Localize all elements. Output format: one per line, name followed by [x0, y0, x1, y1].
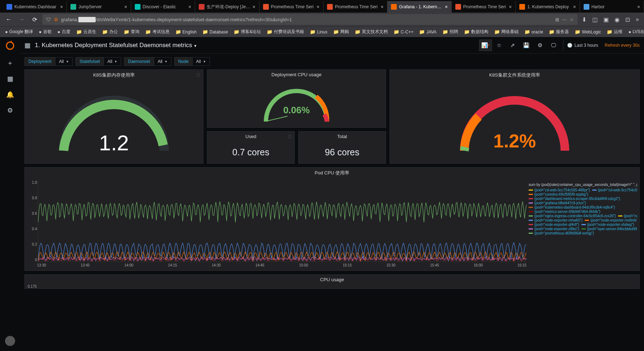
bookmark-item[interactable]: 📁C-C++ [391, 28, 415, 35]
bookmark-item[interactable]: 📁运维 [604, 28, 625, 36]
refresh-interval[interactable]: Refresh every 30s [603, 43, 640, 48]
bookmark-item[interactable]: 📁oracle [522, 28, 546, 35]
close-icon[interactable]: × [317, 4, 319, 10]
legend-item[interactable]: {pod="cd-web-5cc754c555-mr [592, 188, 637, 192]
legend-item[interactable]: {pod="oper-server-84bcbbbd49-wdlk9 [581, 227, 637, 231]
bookmark-item[interactable]: 📁博客&论坛 [231, 28, 263, 36]
download-icon[interactable]: ⬇ [580, 16, 588, 23]
library-icon[interactable]: ◫ [591, 16, 599, 23]
close-icon[interactable]: × [573, 4, 576, 10]
legend-item[interactable]: {pod="grafana-bfbd447c9-jctvx"} [529, 201, 586, 205]
legend-item[interactable]: {pod="prometheus-d69fd96df-wxhjg"} [529, 231, 594, 235]
legend-item[interactable]: {pod="node-ex [618, 214, 637, 218]
variable-value[interactable]: All ▼ [104, 57, 121, 66]
star-icon[interactable]: ☆ [570, 17, 574, 22]
legend-item[interactable]: {pod="node-exporter-qf4r8"} [529, 223, 579, 227]
bookmark-item[interactable]: 📁英文技术文档 [353, 28, 390, 36]
close-icon[interactable]: × [445, 4, 448, 10]
reload-button[interactable]: ⟳ [29, 14, 40, 24]
variable-value[interactable]: All ▼ [55, 57, 73, 66]
bookmark-item[interactable]: 📁服务器 [547, 28, 571, 36]
url-bar[interactable]: 🛡 ⚙ grafana.■/d/oWe9aYxmk/1-kubernetes-d… [42, 14, 578, 25]
account-icon[interactable]: ◉ [613, 16, 621, 23]
browser-tab[interactable]: Prometheus Time Seri× [323, 1, 387, 13]
dashboard-title[interactable]: 1. Kubernetes Deployment Statefulset Dae… [35, 42, 197, 49]
variable-value[interactable]: All ▼ [192, 57, 210, 66]
extension-icon[interactable]: ⊡ [624, 16, 631, 23]
config-icon[interactable]: ⚙ [6, 106, 14, 115]
legend-item[interactable]: {pod="metrics-server-69b94f7464-8hfdk"} [529, 210, 601, 214]
bookmark-item[interactable]: ●百度 [55, 28, 73, 36]
browser-tab[interactable]: Discover - Elastic× [131, 1, 195, 13]
variable-selector[interactable]: DaemonsetAll ▼ [124, 57, 171, 66]
panel-cpu-usage[interactable]: CPU usage 0.175 [24, 274, 640, 289]
bookmark-item[interactable]: 📁办公 [100, 28, 120, 36]
bookmark-item[interactable]: 📁Linux [308, 28, 330, 35]
panel-used[interactable]: ◌ Used 0.7 cores [207, 131, 295, 164]
bookmark-item[interactable]: 📁网络基础 [492, 28, 521, 36]
browser-tab[interactable]: 生产环境-Deploy [Jenk× [195, 1, 259, 13]
legend-item[interactable]: {pod="node-exporter-ms8mb"} [585, 218, 637, 222]
add-panel-button[interactable]: 📊+ [479, 40, 492, 51]
close-icon[interactable]: × [188, 4, 191, 10]
legend-item[interactable]: {pod="dashboard-metrics-scraper-85c6dd4f… [529, 197, 620, 201]
panel-total[interactable]: Total 96 cores [298, 131, 386, 164]
chart-legend[interactable]: sum by (pod)(rate(container_cpu_usage_se… [529, 181, 637, 268]
legend-item[interactable]: {pod="node-exporter-vbdwg"} [581, 223, 634, 227]
browser-tab[interactable]: 1. Kubernetes Deploy× [516, 1, 580, 13]
dashboard-grid-icon[interactable]: ▦ [24, 41, 31, 49]
close-icon[interactable]: × [252, 4, 255, 10]
panel-deployment-cpu[interactable]: Deployment CPU usage 0.06% [207, 69, 386, 128]
bookmark-item[interactable]: 📁考试信息 [143, 28, 172, 36]
tv-mode-button[interactable]: 🖵 [547, 40, 560, 51]
legend-item[interactable]: {pod="nginx-ingress-controller-64c5c854c… [529, 214, 616, 218]
bookmark-item[interactable]: 📁WebLogic [572, 28, 603, 35]
dashboards-icon[interactable]: ▦ [6, 74, 14, 83]
close-icon[interactable]: × [509, 4, 512, 10]
chart-plot[interactable]: 1.00.80.60.40.20 13:3013:4514:0014:1514:… [27, 181, 526, 268]
browser-tab[interactable]: JumpServer× [67, 1, 131, 13]
alerting-icon[interactable]: 🔔 [6, 90, 14, 99]
bookmark-item[interactable]: 📁数据结构 [462, 28, 491, 36]
variable-selector[interactable]: DeploymentAll ▼ [24, 57, 73, 66]
variable-selector[interactable]: NodeAll ▼ [174, 57, 210, 66]
star-dashboard-button[interactable]: ☆ [493, 40, 506, 51]
more-icon[interactable]: ⋯ [562, 17, 567, 22]
share-button[interactable]: ⇗ [506, 40, 519, 51]
bookmark-item[interactable]: ●Google 翻译 [3, 28, 35, 36]
bookmark-item[interactable]: 📁English [173, 28, 199, 35]
bookmark-item[interactable]: ●LVS在大规模 [626, 28, 644, 36]
browser-tab[interactable]: Prometheus Time Seri× [259, 1, 323, 13]
panel-pod-cpu-chart[interactable]: Pod CPU 使用率 1.00.80.60.40.20 13:3013:451… [24, 167, 640, 271]
sidebar-icon[interactable]: ▣ [602, 16, 610, 23]
settings-button[interactable]: ⚙ [534, 40, 547, 51]
bookmark-item[interactable]: 📁网购 [331, 28, 351, 36]
close-icon[interactable]: × [637, 4, 640, 10]
legend-item[interactable]: {pod="cd-web-5cc754c555-488pr"} [529, 188, 590, 192]
bookmark-item[interactable]: 📁查询 [121, 28, 142, 36]
overflow-icon[interactable]: » [634, 16, 640, 23]
legend-item[interactable]: {pod="node-exporter-mhw65"} [529, 218, 583, 222]
close-icon[interactable]: × [124, 4, 127, 10]
bookmark-item[interactable]: 📁Database [200, 28, 230, 35]
bookmark-item[interactable]: 📁JAVA [417, 28, 438, 35]
bookmark-item[interactable]: 📁付费培训及书籍 [264, 28, 306, 36]
save-button[interactable]: 💾 [520, 40, 533, 51]
browser-tab[interactable]: Kubernetes Dashboar× [3, 1, 67, 13]
close-icon[interactable]: × [60, 4, 63, 10]
panel-memory-gauge[interactable]: ◌ K8S集群内存使用率 1.2 [24, 69, 203, 164]
time-picker[interactable]: 🕓 Last 3 hours [563, 40, 602, 51]
legend-item[interactable]: {pod="node-exporter-zl6ks"} [529, 227, 579, 231]
reader-icon[interactable]: ⊞ [555, 17, 559, 22]
close-icon[interactable]: × [381, 4, 383, 10]
bookmark-item[interactable]: 📁云原生 [74, 28, 98, 36]
plus-icon[interactable]: ＋ [6, 59, 14, 67]
variable-selector[interactable]: StatefulsetAll ▼ [75, 57, 121, 66]
bookmark-item[interactable]: ●谷歌 [37, 28, 54, 36]
browser-tab[interactable]: Prometheus Time Seri× [452, 1, 516, 13]
panel-filesystem-gauge[interactable]: K8S集群文件系统使用率 1.2% [390, 69, 640, 164]
grafana-logo[interactable] [4, 40, 16, 51]
browser-tab[interactable]: Grafana - 1. Kubernete× [387, 1, 451, 13]
forward-button[interactable]: → [17, 14, 27, 24]
variable-value[interactable]: All ▼ [154, 57, 171, 66]
